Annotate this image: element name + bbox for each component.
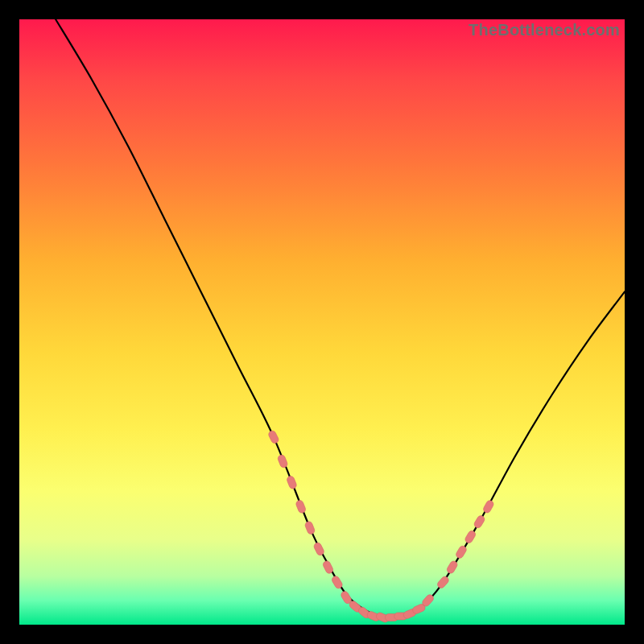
chart-plot-area: TheBottleneck.com (19, 19, 625, 625)
curve-marker (464, 530, 477, 544)
curve-marker (277, 454, 288, 469)
curve-marker (295, 499, 307, 514)
bottleneck-curve (56, 19, 625, 618)
curve-marker (473, 514, 486, 529)
curve-marker (436, 575, 450, 589)
marker-layer (267, 430, 494, 624)
chart-frame: TheBottleneck.com (0, 0, 644, 644)
curve-marker (286, 475, 297, 489)
curve-marker (267, 430, 279, 444)
chart-svg (19, 19, 625, 625)
curve-marker (304, 521, 316, 535)
